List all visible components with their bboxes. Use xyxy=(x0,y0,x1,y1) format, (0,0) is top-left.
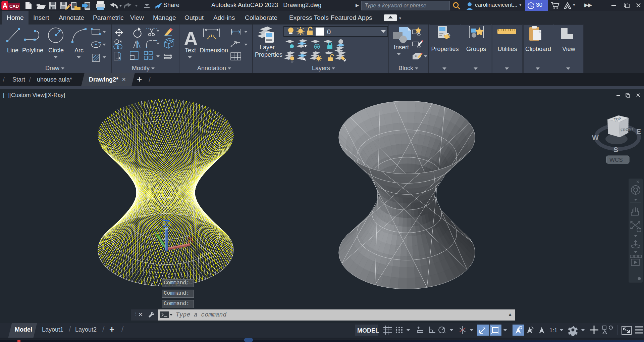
svg-text:CAD: CAD xyxy=(9,4,19,9)
svg-text:W: W xyxy=(592,134,599,141)
svg-text:Dimension: Dimension xyxy=(200,47,228,54)
svg-text:E: E xyxy=(636,128,641,135)
svg-text:MODEL: MODEL xyxy=(357,327,379,334)
svg-text:Arc: Arc xyxy=(74,47,84,54)
svg-text:Circle: Circle xyxy=(48,47,64,54)
svg-text:FRONT: FRONT xyxy=(620,127,634,132)
svg-text:A: A xyxy=(184,28,198,49)
svg-text:1:1: 1:1 xyxy=(549,327,557,334)
svg-text:Line: Line xyxy=(7,47,18,54)
svg-text:Layer: Layer xyxy=(260,44,275,51)
svg-text:WCS: WCS xyxy=(609,157,623,163)
svg-text:Polyline: Polyline xyxy=(22,47,43,54)
svg-text:S: S xyxy=(613,146,618,153)
svg-text:A: A xyxy=(2,2,8,10)
svg-text:Text: Text xyxy=(185,47,196,54)
svg-text:Properties: Properties xyxy=(255,51,282,58)
svg-text:Insert: Insert xyxy=(394,44,409,51)
svg-text:0: 0 xyxy=(327,28,331,36)
